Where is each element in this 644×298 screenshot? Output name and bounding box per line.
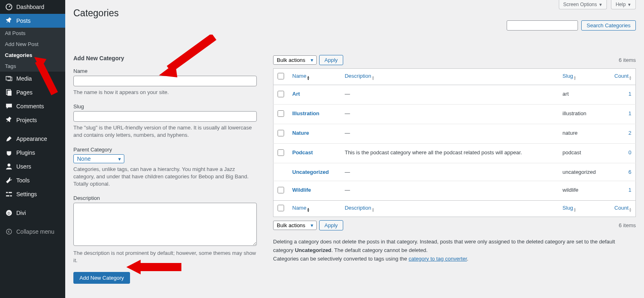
select-all-checkbox-bottom[interactable] <box>278 205 284 211</box>
main-content: Screen Options▼ Help▼ Categories Search … <box>65 0 644 298</box>
sidebar-item-label: Divi <box>16 210 26 216</box>
svg-text:D: D <box>8 211 11 215</box>
column-description[interactable]: Description▴▾ <box>345 73 374 79</box>
bulk-actions-select-bottom[interactable]: Bulk actions <box>273 221 317 230</box>
sidebar-item-label: Posts <box>16 18 31 24</box>
media-icon <box>5 75 13 82</box>
table-row: Wildlife—wildlife1 <box>273 181 636 201</box>
sidebar-item-projects[interactable]: Projects <box>0 113 65 127</box>
category-list: Bulk actions Apply 6 items Name▴▾ Descri… <box>273 55 636 284</box>
category-slug: nature <box>558 124 607 144</box>
help-button[interactable]: Help▼ <box>611 0 636 9</box>
category-name-link[interactable]: Art <box>292 91 300 97</box>
category-count-link[interactable]: 2 <box>629 130 631 136</box>
sort-icon: ▴▾ <box>629 75 631 80</box>
sidebar-subitem-all-posts[interactable]: All Posts <box>0 28 65 39</box>
sort-icon: ▴▾ <box>372 75 374 80</box>
category-description: This is the podcast category where all t… <box>341 144 558 163</box>
row-checkbox[interactable] <box>278 91 284 97</box>
category-name-link[interactable]: Uncategorized <box>292 169 329 175</box>
svg-point-4 <box>7 164 10 167</box>
table-row: Illustration—illustration1 <box>273 105 636 124</box>
description-description: The description is not prominent by defa… <box>73 250 257 264</box>
sidebar-item-plugins[interactable]: Plugins <box>0 146 65 160</box>
select-all-checkbox[interactable] <box>278 73 284 79</box>
category-count-link[interactable]: 6 <box>629 169 631 175</box>
row-checkbox[interactable] <box>278 110 284 117</box>
column-count[interactable]: Count▴▾ <box>614 205 631 211</box>
item-count: 6 items <box>619 57 636 63</box>
slug-input[interactable] <box>73 111 257 122</box>
sidebar-item-label: Users <box>16 163 31 170</box>
sidebar-item-posts[interactable]: Posts <box>0 14 65 28</box>
page-title: Categories <box>73 4 636 20</box>
sidebar-item-label: Projects <box>16 117 37 123</box>
sidebar-subitem-add-new[interactable]: Add New Post <box>0 39 65 50</box>
search-button[interactable]: Search Categories <box>581 20 636 31</box>
description-textarea[interactable] <box>73 203 257 246</box>
sidebar-subitem-categories[interactable]: Categories <box>0 50 65 61</box>
converter-link[interactable]: category to tag converter <box>408 256 467 262</box>
row-checkbox[interactable] <box>278 187 284 193</box>
row-checkbox[interactable] <box>278 149 284 156</box>
slug-label: Slug <box>73 103 257 110</box>
bulk-actions-select[interactable]: Bulk actions <box>273 55 317 65</box>
sidebar-item-settings[interactable]: Settings <box>0 187 65 201</box>
column-slug[interactable]: Slug▴▾ <box>562 73 576 79</box>
parent-select[interactable]: None <box>73 154 124 163</box>
category-slug: uncategorized <box>558 163 607 181</box>
footer-notes: Deleting a category does not delete the … <box>273 238 636 263</box>
screen-options-button[interactable]: Screen Options▼ <box>559 0 607 9</box>
svg-rect-7 <box>6 195 9 197</box>
category-count-link[interactable]: 1 <box>629 110 631 116</box>
parent-description: Categories, unlike tags, can have a hier… <box>73 166 257 188</box>
column-count[interactable]: Count▴▾ <box>614 73 631 79</box>
category-slug: illustration <box>558 105 607 124</box>
apply-button-bottom[interactable]: Apply <box>319 220 343 230</box>
sidebar-item-divi[interactable]: DDivi <box>0 206 65 220</box>
category-name-link[interactable]: Nature <box>292 130 309 136</box>
item-count-bottom: 6 items <box>619 222 636 228</box>
svg-rect-6 <box>9 192 12 193</box>
category-description: — <box>341 105 558 124</box>
category-count-link[interactable]: 1 <box>629 91 631 97</box>
admin-sidebar: Dashboard Posts All Posts Add New Post C… <box>0 0 65 298</box>
column-description[interactable]: Description▴▾ <box>345 205 374 211</box>
sidebar-item-comments[interactable]: Comments <box>0 99 65 113</box>
svg-rect-3 <box>7 91 11 96</box>
tablenav-bottom: Bulk actions Apply 6 items <box>273 220 636 230</box>
svg-point-11 <box>7 229 12 234</box>
table-row: Uncategorized—uncategorized6 <box>273 163 636 181</box>
table-row: Nature—nature2 <box>273 124 636 144</box>
sidebar-submenu: All Posts Add New Post Categories Tags <box>0 28 65 72</box>
plugins-icon <box>5 149 13 156</box>
sidebar-item-users[interactable]: Users <box>0 160 65 173</box>
category-name-link[interactable]: Wildlife <box>292 187 311 193</box>
sidebar-item-media[interactable]: Media <box>0 72 65 85</box>
column-name[interactable]: Name▴▾ <box>292 73 309 79</box>
pin-icon <box>5 116 13 124</box>
sort-icon: ▴▾ <box>574 75 576 80</box>
comments-icon <box>5 103 13 110</box>
sidebar-subitem-tags[interactable]: Tags <box>0 61 65 72</box>
name-input[interactable] <box>73 76 257 86</box>
category-name-link[interactable]: Podcast <box>292 149 313 156</box>
sidebar-item-tools[interactable]: Tools <box>0 173 65 187</box>
sidebar-item-appearance[interactable]: Appearance <box>0 132 65 146</box>
row-checkbox[interactable] <box>278 130 284 136</box>
apply-button[interactable]: Apply <box>319 55 343 65</box>
form-title: Add New Category <box>73 55 257 61</box>
column-name[interactable]: Name▴▾ <box>292 205 309 211</box>
search-input[interactable] <box>507 20 578 31</box>
category-count-link[interactable]: 1 <box>629 187 631 193</box>
column-slug[interactable]: Slug▴▾ <box>562 205 576 211</box>
sidebar-item-label: Pages <box>16 89 33 96</box>
sidebar-item-collapse[interactable]: Collapse menu <box>0 225 65 239</box>
sort-icon: ▴▾ <box>629 207 631 212</box>
category-name-link[interactable]: Illustration <box>292 110 319 116</box>
add-category-button[interactable]: Add New Category <box>73 272 130 284</box>
sidebar-item-dashboard[interactable]: Dashboard <box>0 0 65 14</box>
sidebar-item-pages[interactable]: Pages <box>0 85 65 99</box>
sort-icon: ▴▾ <box>307 75 309 80</box>
category-count-link[interactable]: 0 <box>629 149 631 156</box>
